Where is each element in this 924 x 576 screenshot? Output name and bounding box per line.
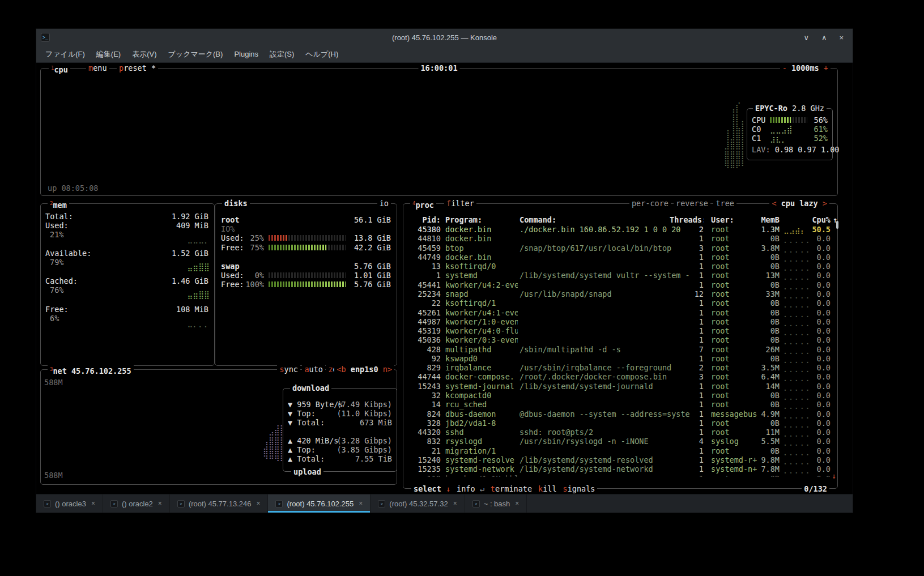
- cpu-box-title: 1cpu: [49, 63, 70, 74]
- net-auto-button[interactable]: auto: [302, 365, 325, 374]
- tab-terminal-icon: >: [44, 500, 51, 507]
- upload-stat-value: (3.28 Gibps): [337, 436, 392, 445]
- process-row-45459[interactable]: 45459btop/snap/btop/617/usr/local/bin/bt…: [403, 244, 837, 253]
- close-button[interactable]: ×: [839, 33, 844, 42]
- mem-free-graph: ⣀⡀⡀⡀: [187, 318, 210, 327]
- menu-item-6[interactable]: ヘルプ(H): [300, 47, 344, 62]
- tab-root-45.76.102.255[interactable]: >(root) 45.76.102.255×: [268, 494, 371, 513]
- process-row-118[interactable]: 118kworker/1:1H-kbl1root0B⡀⡀⡀⡀⡀0.0: [403, 474, 837, 477]
- process-row-428[interactable]: 428multipathd/sbin/multipathd -d -s7root…: [403, 345, 837, 354]
- menu-item-2[interactable]: 表示(V): [126, 47, 162, 62]
- signals-button[interactable]: signals: [563, 484, 595, 493]
- menu-item-4[interactable]: Plugins: [228, 48, 264, 61]
- net-box-title: 3net 45.76.102.255: [48, 365, 134, 376]
- menu-button[interactable]: menu: [86, 63, 109, 72]
- kill-button[interactable]: kill: [538, 484, 557, 493]
- process-row-21[interactable]: 21migration/11root0B⡀⡀⡀⡀⡀0.0: [403, 446, 837, 455]
- menu-item-5[interactable]: 設定(S): [264, 47, 300, 62]
- download-stat-label: ▼ 959 Byte/s: [288, 400, 343, 409]
- process-row-44810[interactable]: 44810docker.bin1root0B⡀⡀⡀⡀⡀0.0: [403, 234, 837, 243]
- maximize-button[interactable]: ∧: [821, 33, 827, 42]
- net-scale-bottom: 588M: [44, 471, 63, 480]
- process-row-45319[interactable]: 45319kworker/u4:0-flu1root0B⡀⡀⡀⡀⡀0.0: [403, 326, 837, 335]
- tab-close-button[interactable]: ×: [91, 500, 95, 507]
- reverse-toggle[interactable]: reverse: [674, 199, 710, 208]
- disk-swap-used-label: Used:: [221, 271, 244, 280]
- mem-available-graph: ⣤⣶⣿⣿: [187, 262, 210, 271]
- process-row-14[interactable]: 14rcu_sched1root0B⡀⡀⡀⡀⡀0.0: [403, 400, 837, 409]
- core0-percent: 61%: [814, 125, 828, 134]
- process-row-44320[interactable]: 44320sshdsshd: root@pts/21root11M⡀⡀⡀⡀⡀0.…: [403, 428, 837, 437]
- process-row-44749[interactable]: 44749docker.bin1root0B⡀⡀⡀⡀⡀0.0: [403, 253, 837, 262]
- tab-close-button[interactable]: ×: [453, 500, 457, 507]
- scrollbar-thumb[interactable]: [836, 221, 838, 229]
- tab-root-45.32.57.32[interactable]: >(root) 45.32.57.32×: [371, 494, 465, 513]
- menu-item-0[interactable]: ファイル(F): [40, 47, 91, 62]
- net-download-row-2: ▼ Total:673 MiB: [283, 418, 397, 427]
- preset-button[interactable]: preset *: [117, 63, 158, 72]
- process-row-1[interactable]: 1systemd/lib/systemd/systemd vultr --sys…: [403, 271, 837, 280]
- process-row-92[interactable]: 92kswapd01root0B⡀⡀⡀⡀⡀0.0: [403, 354, 837, 363]
- disk-root-free-meter: [269, 245, 346, 250]
- tab-label: (root) 45.32.57.32: [389, 500, 448, 508]
- titlebar[interactable]: >_ (root) 45.76.102.255 — Konsole ∨ ∧ ×: [36, 29, 853, 46]
- cpu-total-percent: 56%: [814, 116, 828, 125]
- process-row-25234[interactable]: 25234snapd/usr/lib/snapd/snapd12root33M⡀…: [403, 289, 837, 298]
- upload-stat-label: ▲ 420 MiB/s: [288, 436, 338, 445]
- process-row-44744[interactable]: 44744docker-compose./root/.docker/docker…: [403, 372, 837, 381]
- menu-item-1[interactable]: 編集(E): [91, 47, 126, 62]
- mem-used-graph: ⣀⣀⣀⡀: [187, 234, 210, 244]
- process-row-328[interactable]: 328jbd2/vda1-81root0B⡀⡀⡀⡀⡀0.0: [403, 419, 837, 428]
- menu-item-3[interactable]: ブックマーク(B): [163, 47, 229, 62]
- disk-root-free-value: 42.2 GiB: [354, 243, 391, 252]
- tree-toggle[interactable]: tree: [713, 199, 736, 208]
- terminal-screen[interactable]: 1cpu menu preset * 16:00:01 - 1000ms + u…: [36, 63, 853, 495]
- upload-stat-label: ▲ Total:: [288, 454, 325, 463]
- tab-close-button[interactable]: ×: [158, 500, 162, 507]
- minimize-button[interactable]: ∨: [803, 33, 809, 42]
- cpu-usage-graph: ⠀⠀⢀⠀⠀⢠⡇⠀⠀⢸⡇⡀⢀⢸⣧⡇⢸⣸⣿⡇⣸⣿⣿⡇⣿⣿⣿⡇⢿⣿⡿⠇: [724, 95, 747, 168]
- process-row-15235[interactable]: 15235systemd-network/lib/systemd/systemd…: [403, 464, 837, 473]
- mem-cached-value: 1.46 GiB: [172, 276, 208, 285]
- net-sync-button[interactable]: sync: [277, 365, 300, 374]
- proc-box: 4proc filter per-core reverse tree < cpu…: [403, 203, 838, 489]
- tab-close-button[interactable]: ×: [256, 500, 260, 507]
- tab-bar: >() oracle3×>() oracle2×>(root) 45.77.13…: [36, 494, 853, 513]
- disk-swap-free-value: 5.76 GiB: [354, 280, 391, 289]
- process-row-45036[interactable]: 45036kworker/0:3-even1root0B⡀⡀⡀⡀⡀0.0: [403, 335, 837, 344]
- select-hint[interactable]: select ↓: [414, 484, 450, 493]
- process-row-44987[interactable]: 44987kworker/1:0-even1root0B⡀⡀⡀⡀⡀0.0: [403, 317, 837, 326]
- disk-swap-free-percent: 100%: [245, 280, 264, 289]
- net-upload-row-1: ▲ Top:(3.85 Gibps): [283, 445, 397, 454]
- scroll-down-arrow[interactable]: ↓: [832, 471, 836, 480]
- process-row-832[interactable]: 832rsyslogd/usr/sbin/rsyslogd -n -iNONE4…: [403, 437, 837, 446]
- process-row-22[interactable]: 22ksoftirqd/11root0B⡀⡀⡀⡀⡀0.0: [403, 298, 837, 308]
- process-row-824[interactable]: 824dbus-daemon@dbus-daemon --system --ad…: [403, 409, 837, 419]
- process-row-45441[interactable]: 45441kworker/u4:2-eve1root0B⡀⡀⡀⡀⡀0.0: [403, 280, 837, 289]
- cpu-box: 1cpu menu preset * 16:00:01 - 1000ms + u…: [40, 68, 838, 196]
- process-row-32[interactable]: 32kcompactd01root0B⡀⡀⡀⡀⡀0.0: [403, 391, 837, 400]
- process-row-13[interactable]: 13ksoftirqd/01root0B⡀⡀⡀⡀⡀0.0: [403, 262, 837, 271]
- process-row-45261[interactable]: 45261kworker/u4:1-eve1root0B⡀⡀⡀⡀⡀0.0: [403, 308, 837, 317]
- mem-box: 2mem Total:1.92 GiBUsed:409 MiB21%⣀⣀⣀⡀Av…: [40, 203, 215, 366]
- sort-column-selector[interactable]: < cpu lazy >: [769, 199, 829, 208]
- tab-close-button[interactable]: ×: [359, 500, 363, 507]
- process-row-829[interactable]: 829irqbalance/usr/sbin/irqbalance --fore…: [403, 363, 837, 372]
- filter-button[interactable]: filter: [444, 199, 476, 208]
- tab-oracle3[interactable]: >() oracle3×: [36, 494, 103, 513]
- per-core-toggle[interactable]: per-core: [629, 199, 671, 208]
- mem-used-value: 409 MiB: [176, 221, 208, 230]
- mem-free-label: Free:: [45, 305, 69, 314]
- process-row-15240[interactable]: 15240systemd-resolve/lib/systemd/systemd…: [403, 455, 837, 464]
- info-button[interactable]: info ↵: [457, 484, 484, 493]
- io-mode-button[interactable]: io: [377, 199, 391, 208]
- tab-root-45.77.13.246[interactable]: >(root) 45.77.13.246×: [170, 494, 269, 513]
- net-interface-selector[interactable]: <b enp1s0 n>: [334, 365, 394, 374]
- tab-oracle2[interactable]: >() oracle2×: [103, 494, 170, 513]
- terminate-button[interactable]: terminate: [491, 484, 532, 493]
- process-row-15243[interactable]: 15243systemd-journal/lib/systemd/systemd…: [403, 382, 837, 391]
- tab-close-button[interactable]: ×: [515, 500, 519, 507]
- tab-bash[interactable]: >~ : bash×: [465, 494, 527, 513]
- refresh-control[interactable]: - 1000ms +: [780, 63, 831, 72]
- process-row-45380[interactable]: 45380docker.bin./docker.bin 160.86.52.19…: [403, 225, 837, 234]
